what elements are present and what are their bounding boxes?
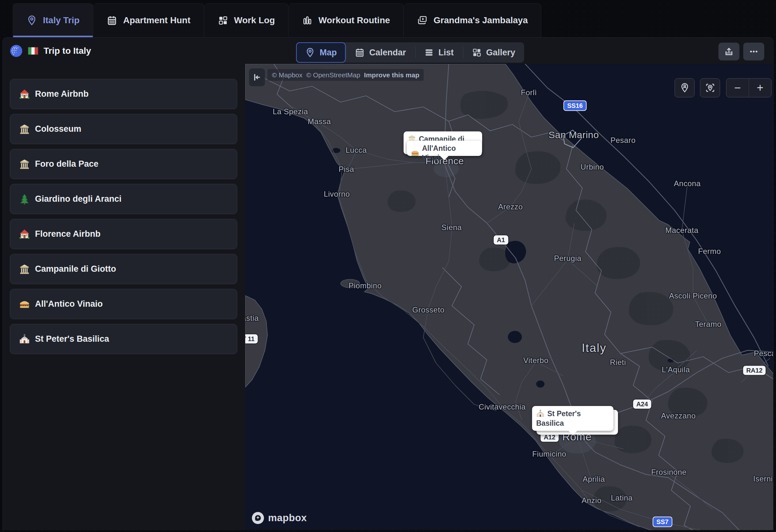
pin-icon: [26, 15, 37, 26]
list-item-foro-della-pace[interactable]: Foro della Pace: [10, 149, 237, 179]
fit-markers-button[interactable]: [700, 78, 720, 98]
list-item-label: Colosseum: [35, 124, 81, 134]
popup-label: All'Antico Vinaio: [422, 144, 478, 163]
list-item-rome-airbnb[interactable]: Rome Airbnb: [10, 79, 237, 109]
list-item-colosseum[interactable]: Colosseum: [10, 114, 237, 144]
document-title-group: Trip to Italy: [10, 37, 91, 64]
mapbox-wordmark: mapbox: [268, 512, 307, 524]
places-sidebar: Rome AirbnbColosseumForo della PaceGiard…: [3, 64, 245, 530]
tab-grandma-s-jambalaya[interactable]: Grandma's Jambalaya: [404, 3, 541, 37]
list-item-label: Foro della Pace: [35, 159, 99, 169]
page-title: Trip to Italy: [43, 46, 91, 56]
popup-label: St Peter's: [547, 409, 581, 418]
view-label: Map: [320, 48, 337, 57]
collapse-sidebar-button[interactable]: [249, 68, 265, 86]
list-item-label: Campanile di Giotto: [35, 264, 116, 274]
list-icon: [424, 47, 434, 57]
house-icon: [19, 89, 30, 100]
map-basemap: [245, 64, 773, 530]
map-popup-st-peters-basilica[interactable]: St Peter'sBasilica: [532, 406, 613, 431]
share-button[interactable]: [719, 43, 739, 60]
tab-work-log[interactable]: Work Log: [204, 3, 289, 37]
view-list-button[interactable]: List: [415, 42, 463, 63]
mapbox-logo-icon: [251, 512, 264, 524]
improve-map-link[interactable]: Improve this map: [364, 71, 419, 79]
zoom-control: − +: [726, 78, 772, 98]
tab-label: Work Log: [234, 15, 275, 25]
map-popup-all-antico-vinaio[interactable]: All'Antico Vinaio: [407, 141, 482, 156]
view-calendar-button[interactable]: Calendar: [346, 42, 415, 63]
list-item-st-peter-s-basilica[interactable]: St Peter's Basilica: [10, 324, 237, 354]
church-icon: [19, 334, 30, 345]
tab-label: Grandma's Jambalaya: [433, 15, 528, 25]
workspace-logo: [10, 44, 23, 57]
view-label: Calendar: [369, 48, 406, 57]
popup-label: Basilica: [536, 418, 564, 428]
workspace-tab-bar: Italy TripApartment HuntWork LogWorkout …: [13, 3, 541, 37]
landmark-icon: [19, 159, 30, 170]
list-item-all-antico-vinaio[interactable]: All'Antico Vinaio: [10, 289, 237, 319]
pin-icon: [305, 47, 315, 57]
more-options-button[interactable]: [743, 43, 764, 60]
calendar-icon: [355, 47, 365, 57]
landmark-icon: [19, 124, 30, 135]
list-item-label: Florence Airbnb: [35, 229, 101, 239]
tree-icon: [19, 194, 30, 205]
view-label: Gallery: [486, 48, 516, 57]
view-label: List: [438, 48, 454, 57]
landmark-icon: [19, 264, 30, 275]
tab-label: Italy Trip: [43, 15, 79, 25]
cards-icon: [417, 15, 428, 26]
list-item-giardino-degli-aranci[interactable]: Giardino degli Aranci: [10, 184, 237, 214]
church-icon: [536, 409, 545, 418]
list-item-campanile-di-giotto[interactable]: Campanile di Giotto: [10, 254, 237, 284]
view-map-button[interactable]: Map: [296, 42, 346, 63]
zoom-in-button[interactable]: +: [749, 78, 771, 97]
bars-icon: [302, 15, 313, 26]
tab-italy-trip[interactable]: Italy Trip: [13, 3, 93, 37]
tab-workout-routine[interactable]: Workout Routine: [288, 3, 404, 37]
list-item-florence-airbnb[interactable]: Florence Airbnb: [10, 219, 237, 249]
sandwich-icon: [411, 149, 419, 157]
list-item-label: Giardino degli Aranci: [35, 194, 122, 204]
tab-label: Workout Routine: [318, 15, 390, 25]
popup-text-row: St Peter's: [536, 409, 609, 418]
list-item-label: All'Antico Vinaio: [35, 299, 103, 309]
map-canvas[interactable]: ForlìSan MarinoPesaroUrbinoAnconaLa Spez…: [245, 64, 773, 530]
mapbox-logo[interactable]: mapbox: [251, 512, 307, 524]
italy-flag-icon: [28, 47, 38, 55]
zoom-out-button[interactable]: −: [726, 78, 749, 97]
list-item-label: St Peter's Basilica: [35, 334, 109, 344]
mapbox-attribution-link[interactable]: © Mapbox: [272, 71, 303, 79]
calendar-icon: [107, 15, 117, 26]
tab-apartment-hunt[interactable]: Apartment Hunt: [93, 3, 204, 37]
sandwich-icon: [19, 299, 30, 310]
document-header: Trip to Italy MapCalendarListGallery: [3, 37, 773, 64]
tab-label: Apartment Hunt: [123, 15, 191, 25]
house-icon: [19, 229, 30, 239]
list-item-label: Rome Airbnb: [35, 89, 89, 99]
osm-attribution-link[interactable]: © OpenStreetMap: [306, 71, 360, 79]
locate-user-button[interactable]: [674, 78, 695, 98]
app-window: Trip to Italy MapCalendarListGallery Rom…: [3, 37, 773, 530]
view-gallery-button[interactable]: Gallery: [463, 42, 525, 63]
grid-icon: [217, 15, 228, 26]
view-toggle: MapCalendarListGallery: [296, 42, 524, 63]
map-attribution: © Mapbox © OpenStreetMap Improve this ma…: [267, 69, 424, 81]
gallery-icon: [471, 47, 482, 57]
